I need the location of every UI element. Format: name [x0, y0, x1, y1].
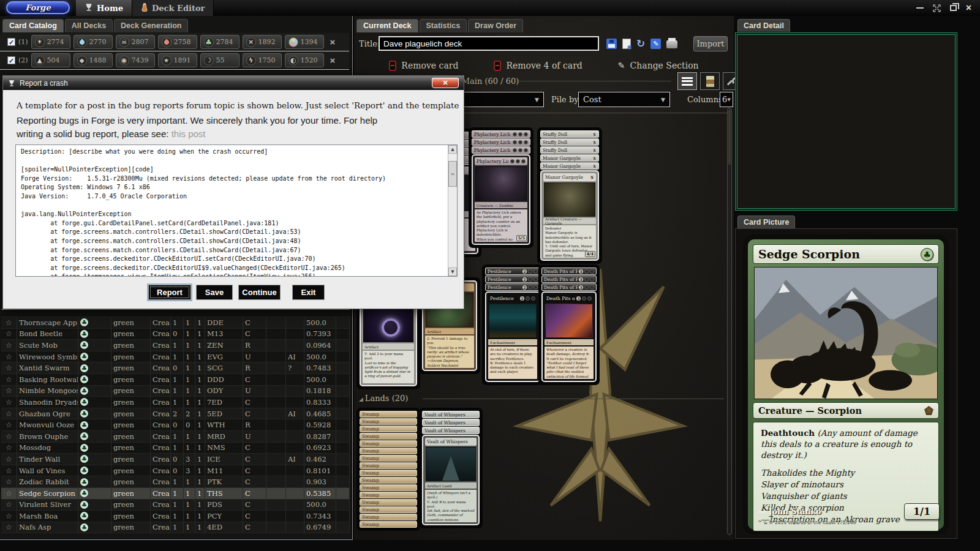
filter-button-white-mana[interactable]: 2774 [31, 35, 70, 49]
card-stack-bar-manor-gargoyle[interactable]: Manor Gargoyle5 [540, 154, 599, 162]
card-picture[interactable]: Sedge Scorpion [743, 234, 949, 534]
table-row-wall-of-vines[interactable]: ☆Wall of VinesgreenCrea...031M11C0.8101 [1, 465, 350, 477]
dialog-close-button[interactable]: ✕ [432, 78, 459, 88]
table-row-ghazban-ogre[interactable]: ☆Ghazban OgregreenCrea...2215EDCAI0.4685 [1, 408, 350, 420]
card-stack-bar-vault-of-whispers[interactable]: Vault of Whispers [422, 419, 480, 426]
filter-button-enchantment-type[interactable]: 1891 [158, 53, 197, 67]
card-stack-bar-swamp[interactable]: Swamp [360, 492, 417, 498]
app-tab-home[interactable]: Home [76, 0, 132, 16]
card-stack-bar-death-pits-of-rath[interactable]: Death Pits of Rath3 [541, 268, 597, 275]
save-button[interactable]: Save [196, 285, 233, 300]
remove-filter-icon[interactable]: × [330, 55, 336, 66]
card-detail-tab[interactable]: Card Detail [737, 19, 790, 32]
remove-filter-icon[interactable]: × [330, 37, 336, 47]
mini-card-manor-gargoyle[interactable]: Manor Gargoyle5Artifact Creature — Gargo… [540, 170, 599, 261]
report-button[interactable]: Report [148, 285, 191, 300]
card-stack-bar-swamp[interactable]: Swamp [360, 425, 417, 432]
filter-button-red-mana[interactable]: 2758 [158, 35, 197, 49]
table-row-mossdog[interactable]: ☆MossdoggreenCrea...111NMSC0.6923 [1, 443, 350, 454]
scroll-down-icon[interactable]: ▼ [448, 268, 457, 276]
table-row-zodiac-rabbit[interactable]: ☆Zodiac RabbitgreenCrea...111PTKC0.903 [1, 476, 350, 488]
mini-card-pestilence[interactable]: Pestilence2EnchantmentAt end of turn, if… [485, 291, 540, 382]
mini-card-vault-of-whispers[interactable]: Vault of WhispersArtifact Land(Vault of … [422, 435, 480, 525]
exit-button[interactable]: Exit [292, 285, 325, 300]
continue-button[interactable]: Continue [238, 285, 281, 300]
filter-button-land-type[interactable]: 504 [31, 53, 70, 67]
card-stack-bar-swamp[interactable]: Swamp [360, 433, 417, 440]
card-stack-bar-stuffy-doll[interactable]: Stuffy Doll5 [540, 138, 599, 146]
filter-button-blue-mana[interactable]: 2770 [74, 35, 113, 49]
table-row-shanodin-dryads[interactable]: ☆Shanodin DryadsgreenCrea...1117EDC0.833… [1, 397, 350, 408]
filter-button-artifact-type[interactable]: 1488 [74, 53, 113, 67]
table-row-sedge-scorpion[interactable]: ☆Sedge ScorpiongreenCrea...111THSC0.5385 [1, 488, 350, 500]
filter-button-green-mana[interactable]: 2784 [200, 35, 239, 49]
scrollbar-thumb[interactable]: ≡ [448, 161, 457, 187]
card-stack-bar-swamp[interactable]: Swamp [360, 514, 417, 520]
card-stack-bar-death-pits-of-rath[interactable]: Death Pits of Rath3 [541, 283, 597, 291]
mini-card-sol-ring[interactable]: Sol Ring1ArtifactT: Add 2 to your mana p… [360, 296, 417, 386]
card-stack-bar-vault-of-whispers[interactable]: Vault of Whispers [422, 411, 480, 418]
filter-button-multicolor[interactable]: 1394 [285, 35, 324, 49]
death-pits-of-rath-pile[interactable]: Death Pits of Rath3Death Pits of Rath3De… [538, 264, 600, 385]
phylactery-lich-pile[interactable]: Phylactery LichPhylactery LichPhylactery… [469, 127, 533, 248]
card-stack-bar-phylactery-lich[interactable]: Phylactery Lich [472, 138, 530, 146]
card-stack-bar-swamp[interactable]: Swamp [360, 506, 417, 513]
minimize-icon[interactable] [916, 7, 924, 9]
table-row-xantid-swarm[interactable]: ☆Xantid SwarmgreenCrea...011SCGR?0.7483 [1, 362, 350, 374]
card-stack-bar-stuffy-doll[interactable]: Stuffy Doll5 [540, 130, 599, 138]
card-stack-bar-death-pits-of-rath[interactable]: Death Pits of Rath3 [541, 276, 597, 283]
table-row-mwonvuli-ooze[interactable]: ☆Mwonvuli OozegreenCrea...001WTHR0.5928 [1, 419, 350, 431]
deck-scrollbar[interactable] [727, 108, 732, 535]
filter-button-sorcery-type[interactable]: 1520 [285, 53, 324, 67]
table-row-nimble-mongoose[interactable]: ☆Nimble MongoosegreenCrea...111ODYU0.181… [1, 386, 350, 397]
fullscreen-icon[interactable] [933, 4, 941, 12]
mini-card-death-pits-of-rath[interactable]: Death Pits of Rath3EnchantmentWhenever a… [541, 291, 597, 382]
close-icon[interactable]: × [966, 0, 971, 16]
card-stack-bar-vault-of-whispers[interactable]: Vault of Whispers [422, 427, 480, 434]
card-stack-bar-swamp[interactable]: Swamp [360, 499, 417, 506]
tab-deck-generation[interactable]: Deck Generation [114, 19, 188, 32]
pestilence-pile[interactable]: Pestilence2Pestilence2Pestilence2Pestile… [482, 264, 543, 385]
table-row-thornscape-app[interactable]: ☆Thornscape App...greenCrea...111DDEC500… [1, 317, 350, 329]
card-stack-bar-pestilence[interactable]: Pestilence2 [485, 283, 540, 291]
filter-button-planeswalker-type[interactable]: 55 [200, 53, 239, 67]
card-picture-tab[interactable]: Card Picture [737, 216, 795, 228]
card-stack-bar-pestilence[interactable]: Pestilence2 [485, 268, 540, 275]
tab-all-decks[interactable]: All Decks [65, 19, 113, 32]
card-stack-bar-swamp[interactable]: Swamp [360, 448, 417, 454]
filter-checkbox[interactable]: ✓ [7, 38, 15, 46]
card-stack-bar-phylactery-lich[interactable]: Phylactery Lich [472, 130, 530, 138]
card-stack-bar-swamp[interactable]: Swamp [360, 411, 417, 418]
card-stack-bar-phylactery-lich[interactable]: Phylactery Lich [472, 146, 530, 154]
card-stack-bar-swamp[interactable]: Swamp [360, 455, 417, 462]
filter-button-instant-type[interactable]: 1750 [243, 53, 282, 67]
tab-card-catalog[interactable]: Card Catalog [2, 19, 64, 32]
app-tab-deck-editor[interactable]: Deck Editor [132, 0, 214, 16]
card-stack-bar-pestilence[interactable]: Pestilence2 [485, 276, 540, 283]
card-stack-bar-stuffy-doll[interactable]: Stuffy Doll5 [540, 146, 599, 154]
table-row-bond-beetle[interactable]: ☆Bond BeetlegreenCrea...011M13C0.7393 [1, 329, 350, 340]
table-row-marsh-boa[interactable]: ☆Marsh BoagreenCrea...111PCYC0.7343 [1, 511, 350, 522]
card-stack-bar-swamp[interactable]: Swamp [360, 477, 417, 484]
table-row-scute-mob[interactable]: ☆Scute MobgreenCrea...111ZENR0.0964 [1, 340, 350, 351]
table-row-nafs-asp[interactable]: ☆Nafs AspgreenCrea...1114EDC0.6749 [1, 522, 350, 534]
stuffy-doll-manor-gargoyle-pile[interactable]: Stuffy Doll5Stuffy Doll5Stuffy Doll5Mano… [537, 127, 602, 264]
card-stack-bar-swamp[interactable]: Swamp [360, 440, 417, 447]
table-row-wirewood-symbi[interactable]: ☆Wirewood Symbi...greenCrea...111EVGUAI5… [1, 351, 350, 363]
vault-of-whispers-pile[interactable]: Vault of WhispersVault of WhispersVault … [419, 408, 483, 528]
card-stack-bar-swamp[interactable]: Swamp [360, 462, 417, 469]
filter-button-black-mana[interactable]: 2807 [116, 35, 155, 49]
swamp-pile[interactable]: SwampSwampSwampSwampSwampSwampSwampSwamp… [356, 408, 420, 531]
crash-report-textarea[interactable]: Description: [describe what you were doi… [15, 144, 458, 277]
dialog-titlebar[interactable]: Report a crash ✕ [3, 76, 464, 90]
deck-scrollbar-thumb[interactable] [728, 110, 731, 165]
table-row-tinder-wall[interactable]: ☆Tinder WallgreenCrea...031ICECAI0.462 [1, 454, 350, 465]
mini-card-phylactery-lich[interactable]: Phylactery LichCreature — ZombieAs Phyla… [472, 154, 530, 245]
textarea-scrollbar[interactable]: ▲ ≡ ▼ [448, 145, 457, 276]
card-stack-bar-swamp[interactable]: Swamp [360, 484, 417, 491]
filter-button-creature-type[interactable]: 7439 [116, 53, 155, 67]
table-row-virulent-sliver[interactable]: ☆Virulent SlivergreenCrea...111PDSC500.0 [1, 500, 350, 511]
restore-icon[interactable] [950, 5, 957, 11]
this-post-link[interactable]: this post [172, 129, 206, 139]
table-row-basking-rootwalla[interactable]: ☆Basking RootwallagreenCrea...111DDDC500… [1, 374, 350, 386]
